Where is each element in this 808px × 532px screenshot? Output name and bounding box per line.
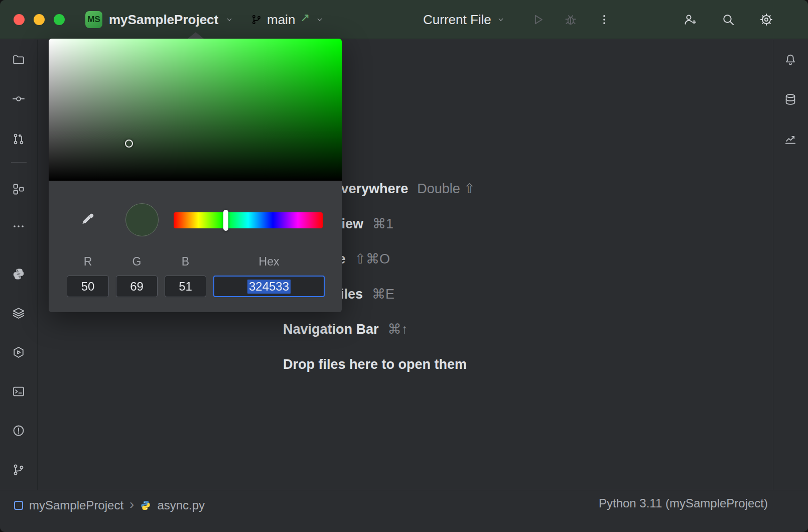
git-branch-icon: [12, 463, 25, 476]
red-label: R: [67, 254, 109, 271]
project-tool-button[interactable]: [8, 49, 30, 71]
left-tool-stripe: [0, 40, 38, 490]
breadcrumb: mySampleProject › async.py: [14, 496, 205, 514]
branch-name: main: [267, 12, 295, 28]
commit-tool-button[interactable]: [8, 88, 30, 110]
python-icon: [12, 268, 25, 281]
project-widget[interactable]: MS mySampleProject: [85, 0, 234, 39]
chart-icon: [784, 132, 797, 146]
right-tool-stripe: [773, 40, 808, 490]
hexagon-play-icon: [12, 346, 25, 359]
breadcrumb-project[interactable]: mySampleProject: [29, 498, 123, 512]
commit-icon: [12, 92, 25, 105]
ide-window: MS mySampleProject main ↗ Current File: [0, 0, 808, 532]
color-preview-swatch: [125, 203, 159, 236]
tip-navigation-bar: Navigation Bar ⌘↑: [283, 312, 475, 347]
bell-icon: [784, 53, 797, 66]
services-tool-button[interactable]: [8, 302, 30, 324]
chevron-down-icon: [496, 15, 505, 24]
structure-icon: [12, 183, 25, 196]
chevron-down-icon: [315, 15, 324, 24]
problems-icon: [12, 424, 25, 437]
hex-input[interactable]: 324533: [213, 276, 325, 297]
saturation-cursor[interactable]: [125, 140, 133, 148]
interpreter-widget[interactable]: Python 3.11 (mySampleProject): [599, 496, 768, 510]
green-input[interactable]: [116, 276, 158, 297]
settings-button[interactable]: [755, 8, 778, 31]
titlebar: MS mySampleProject main ↗ Current File: [0, 0, 808, 39]
blue-field: B: [165, 254, 206, 297]
blue-label: B: [165, 254, 206, 271]
pull-requests-tool-button[interactable]: [8, 128, 30, 150]
saturation-brightness-panel[interactable]: [49, 39, 342, 181]
drop-files-hint: Drop files here to open them: [283, 347, 475, 382]
debug-button[interactable]: [559, 8, 582, 31]
more-icon: [12, 220, 25, 233]
run-configuration-label: Current File: [423, 12, 491, 28]
terminal-tool-button[interactable]: [8, 380, 30, 403]
python-packages-tool-button[interactable]: [8, 263, 30, 285]
play-icon: [531, 13, 545, 27]
folder-icon: [12, 53, 25, 66]
bug-icon: [564, 13, 578, 27]
hex-selected-text: 324533: [247, 280, 291, 294]
close-window-button[interactable]: [14, 14, 25, 25]
gear-icon: [759, 13, 773, 27]
eyedropper-button[interactable]: [75, 206, 101, 232]
problems-tool-button[interactable]: [8, 420, 30, 442]
popup-arrow: [188, 32, 204, 39]
incoming-commits-arrow-icon: ↗: [300, 11, 310, 25]
git-branch-icon: [251, 14, 262, 25]
color-picker-controls: R G B Hex 324533: [49, 181, 342, 312]
green-field: G: [116, 254, 158, 297]
terminal-icon: [12, 385, 25, 398]
eyedropper-icon: [80, 212, 95, 227]
hex-label: Hex: [213, 254, 325, 271]
red-input[interactable]: [67, 276, 109, 297]
hue-slider[interactable]: [174, 212, 323, 228]
search-everywhere-button[interactable]: [717, 8, 740, 31]
structure-tool-button[interactable]: [8, 178, 30, 200]
project-name: mySampleProject: [109, 12, 218, 28]
color-picker-popup: R G B Hex 324533: [49, 39, 342, 312]
kebab-menu-icon: [598, 13, 611, 26]
minimize-window-button[interactable]: [34, 14, 45, 25]
database-tool-button[interactable]: [779, 88, 801, 110]
pull-requests-icon: [12, 132, 25, 146]
add-user-icon: [683, 13, 697, 27]
hue-slider-handle[interactable]: [223, 210, 228, 231]
chart-tool-button[interactable]: [779, 128, 801, 150]
stripe-divider: [11, 162, 27, 163]
code-with-me-button[interactable]: [679, 8, 702, 31]
red-field: R: [67, 254, 109, 297]
more-tool-windows-button[interactable]: [8, 215, 30, 237]
python-file-icon: [140, 500, 151, 511]
version-control-tool-button[interactable]: [8, 459, 30, 481]
green-label: G: [116, 254, 158, 271]
run-tool-button[interactable]: [8, 341, 30, 363]
run-configuration-selector[interactable]: Current File: [423, 0, 505, 39]
breadcrumb-file[interactable]: async.py: [157, 498, 205, 512]
run-button[interactable]: [526, 8, 550, 31]
project-icon: [14, 501, 23, 510]
more-actions-button[interactable]: [593, 8, 616, 31]
branch-widget[interactable]: main ↗: [251, 0, 324, 39]
layers-icon: [12, 307, 25, 320]
project-badge-icon: MS: [85, 11, 102, 28]
notifications-tool-button[interactable]: [779, 49, 801, 71]
chevron-down-icon: [225, 15, 234, 24]
hex-field: Hex 324533: [213, 254, 325, 297]
zoom-window-button[interactable]: [54, 14, 65, 25]
statusbar: mySampleProject › async.py Python 3.11 (…: [0, 490, 808, 532]
blue-input[interactable]: [165, 276, 206, 297]
window-controls: [14, 0, 65, 39]
database-icon: [784, 93, 797, 106]
search-icon: [721, 13, 735, 27]
color-value-fields: R G B Hex 324533: [67, 254, 325, 297]
chevron-right-icon: ›: [129, 497, 134, 511]
